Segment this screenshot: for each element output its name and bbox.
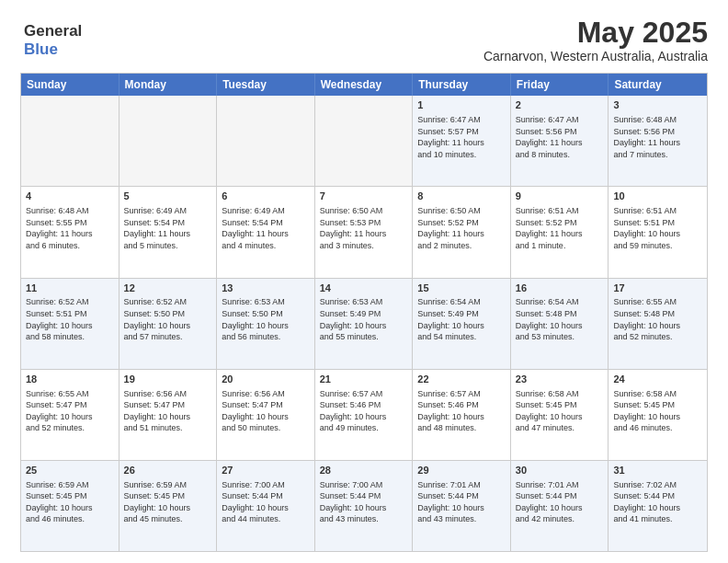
calendar-cell-r4c5: 30Sunrise: 7:01 AM Sunset: 5:44 PM Dayli… bbox=[511, 461, 609, 551]
calendar-cell-r2c2: 13Sunrise: 6:53 AM Sunset: 5:50 PM Dayli… bbox=[217, 279, 315, 369]
day-number: 4 bbox=[26, 190, 114, 203]
cell-info: Sunrise: 6:48 AM Sunset: 5:56 PM Dayligh… bbox=[613, 114, 702, 160]
calendar-row-1: 4Sunrise: 6:48 AM Sunset: 5:55 PM Daylig… bbox=[21, 187, 707, 278]
calendar-cell-r4c6: 31Sunrise: 7:02 AM Sunset: 5:44 PM Dayli… bbox=[609, 461, 707, 551]
day-number: 16 bbox=[516, 282, 604, 295]
cell-info: Sunrise: 7:00 AM Sunset: 5:44 PM Dayligh… bbox=[222, 479, 310, 525]
calendar-cell-r2c3: 14Sunrise: 6:53 AM Sunset: 5:49 PM Dayli… bbox=[315, 279, 414, 369]
cell-info: Sunrise: 6:56 AM Sunset: 5:47 PM Dayligh… bbox=[222, 388, 310, 434]
calendar-cell-r3c6: 24Sunrise: 6:58 AM Sunset: 5:45 PM Dayli… bbox=[609, 370, 707, 460]
calendar-cell-r0c0 bbox=[21, 96, 119, 186]
calendar-header: SundayMondayTuesdayWednesdayThursdayFrid… bbox=[21, 74, 707, 96]
cell-info: Sunrise: 6:58 AM Sunset: 5:45 PM Dayligh… bbox=[613, 388, 702, 434]
location: Carnarvon, Western Australia, Australia bbox=[483, 49, 708, 63]
cell-info: Sunrise: 6:51 AM Sunset: 5:51 PM Dayligh… bbox=[613, 205, 702, 251]
day-number: 13 bbox=[222, 282, 310, 295]
calendar-cell-r2c0: 11Sunrise: 6:52 AM Sunset: 5:51 PM Dayli… bbox=[21, 279, 119, 369]
day-number: 17 bbox=[613, 282, 702, 295]
logo-general: General bbox=[24, 22, 82, 40]
cell-info: Sunrise: 6:52 AM Sunset: 5:50 PM Dayligh… bbox=[124, 296, 212, 342]
page: General Blue May 2025 Carnarvon, Western… bbox=[0, 0, 728, 563]
logo-blue: Blue bbox=[24, 40, 58, 58]
day-number: 12 bbox=[124, 282, 212, 295]
day-number: 3 bbox=[613, 98, 702, 112]
cell-info: Sunrise: 6:49 AM Sunset: 5:54 PM Dayligh… bbox=[222, 205, 310, 251]
cell-info: Sunrise: 6:55 AM Sunset: 5:47 PM Dayligh… bbox=[26, 388, 114, 434]
cell-info: Sunrise: 6:50 AM Sunset: 5:53 PM Dayligh… bbox=[320, 205, 408, 251]
calendar-cell-r2c4: 15Sunrise: 6:54 AM Sunset: 5:49 PM Dayli… bbox=[413, 279, 511, 369]
day-number: 21 bbox=[320, 373, 408, 386]
weekday-header-monday: Monday bbox=[119, 74, 218, 96]
cell-info: Sunrise: 6:53 AM Sunset: 5:50 PM Dayligh… bbox=[222, 296, 310, 342]
day-number: 11 bbox=[26, 282, 114, 295]
day-number: 6 bbox=[222, 190, 310, 203]
day-number: 20 bbox=[222, 373, 310, 386]
day-number: 30 bbox=[516, 464, 604, 477]
cell-info: Sunrise: 6:55 AM Sunset: 5:48 PM Dayligh… bbox=[613, 296, 702, 342]
cell-info: Sunrise: 6:53 AM Sunset: 5:49 PM Dayligh… bbox=[320, 296, 408, 342]
calendar-cell-r3c1: 19Sunrise: 6:56 AM Sunset: 5:47 PM Dayli… bbox=[119, 370, 218, 460]
calendar-cell-r4c2: 27Sunrise: 7:00 AM Sunset: 5:44 PM Dayli… bbox=[217, 461, 315, 551]
calendar-cell-r1c3: 7Sunrise: 6:50 AM Sunset: 5:53 PM Daylig… bbox=[315, 187, 414, 277]
header-right: May 2025 Carnarvon, Western Australia, A… bbox=[483, 17, 708, 63]
calendar-cell-r0c4: 1Sunrise: 6:47 AM Sunset: 5:57 PM Daylig… bbox=[413, 96, 511, 186]
day-number: 28 bbox=[320, 464, 408, 477]
calendar-cell-r1c6: 10Sunrise: 6:51 AM Sunset: 5:51 PM Dayli… bbox=[609, 187, 707, 277]
day-number: 23 bbox=[516, 373, 604, 386]
cell-info: Sunrise: 6:57 AM Sunset: 5:46 PM Dayligh… bbox=[320, 388, 408, 434]
weekday-header-saturday: Saturday bbox=[609, 74, 707, 96]
cell-info: Sunrise: 6:57 AM Sunset: 5:46 PM Dayligh… bbox=[417, 388, 506, 434]
calendar-row-4: 25Sunrise: 6:59 AM Sunset: 5:45 PM Dayli… bbox=[21, 461, 707, 551]
logo-container: General Blue bbox=[24, 22, 84, 58]
calendar-cell-r4c4: 29Sunrise: 7:01 AM Sunset: 5:44 PM Dayli… bbox=[413, 461, 511, 551]
day-number: 19 bbox=[124, 373, 212, 386]
day-number: 31 bbox=[613, 464, 702, 477]
day-number: 22 bbox=[417, 373, 506, 386]
day-number: 9 bbox=[516, 190, 604, 203]
cell-info: Sunrise: 7:02 AM Sunset: 5:44 PM Dayligh… bbox=[613, 479, 702, 525]
logo-text-block: General Blue bbox=[24, 22, 82, 58]
calendar-cell-r3c2: 20Sunrise: 6:56 AM Sunset: 5:47 PM Dayli… bbox=[217, 370, 315, 460]
cell-info: Sunrise: 7:01 AM Sunset: 5:44 PM Dayligh… bbox=[516, 479, 604, 525]
day-number: 26 bbox=[124, 464, 212, 477]
cell-info: Sunrise: 6:58 AM Sunset: 5:45 PM Dayligh… bbox=[516, 388, 604, 434]
day-number: 1 bbox=[417, 98, 506, 112]
cell-info: Sunrise: 6:54 AM Sunset: 5:49 PM Dayligh… bbox=[417, 296, 506, 342]
calendar-cell-r0c1 bbox=[119, 96, 218, 186]
header: General Blue May 2025 Carnarvon, Western… bbox=[20, 17, 708, 63]
calendar-cell-r3c4: 22Sunrise: 6:57 AM Sunset: 5:46 PM Dayli… bbox=[413, 370, 511, 460]
calendar-row-2: 11Sunrise: 6:52 AM Sunset: 5:51 PM Dayli… bbox=[21, 279, 707, 370]
cell-info: Sunrise: 6:59 AM Sunset: 5:45 PM Dayligh… bbox=[124, 479, 212, 525]
day-number: 5 bbox=[124, 190, 212, 203]
calendar-cell-r1c2: 6Sunrise: 6:49 AM Sunset: 5:54 PM Daylig… bbox=[217, 187, 315, 277]
calendar-cell-r4c1: 26Sunrise: 6:59 AM Sunset: 5:45 PM Dayli… bbox=[119, 461, 218, 551]
day-number: 15 bbox=[417, 282, 506, 295]
weekday-header-wednesday: Wednesday bbox=[315, 74, 414, 96]
day-number: 25 bbox=[26, 464, 114, 477]
weekday-header-friday: Friday bbox=[511, 74, 609, 96]
calendar-cell-r2c1: 12Sunrise: 6:52 AM Sunset: 5:50 PM Dayli… bbox=[119, 279, 218, 369]
calendar-row-0: 1Sunrise: 6:47 AM Sunset: 5:57 PM Daylig… bbox=[21, 96, 707, 187]
calendar-row-3: 18Sunrise: 6:55 AM Sunset: 5:47 PM Dayli… bbox=[21, 370, 707, 461]
cell-info: Sunrise: 6:49 AM Sunset: 5:54 PM Dayligh… bbox=[124, 205, 212, 251]
calendar-cell-r0c3 bbox=[315, 96, 414, 186]
day-number: 18 bbox=[26, 373, 114, 386]
calendar: SundayMondayTuesdayWednesdayThursdayFrid… bbox=[20, 73, 708, 552]
day-number: 2 bbox=[516, 98, 604, 112]
day-number: 10 bbox=[613, 190, 702, 203]
cell-info: Sunrise: 6:52 AM Sunset: 5:51 PM Dayligh… bbox=[26, 296, 114, 342]
calendar-body: 1Sunrise: 6:47 AM Sunset: 5:57 PM Daylig… bbox=[21, 96, 707, 551]
cell-info: Sunrise: 6:47 AM Sunset: 5:56 PM Dayligh… bbox=[516, 114, 604, 160]
calendar-cell-r1c5: 9Sunrise: 6:51 AM Sunset: 5:52 PM Daylig… bbox=[511, 187, 609, 277]
cell-info: Sunrise: 6:48 AM Sunset: 5:55 PM Dayligh… bbox=[26, 205, 114, 251]
calendar-cell-r0c2 bbox=[217, 96, 315, 186]
cell-info: Sunrise: 6:50 AM Sunset: 5:52 PM Dayligh… bbox=[417, 205, 506, 251]
day-number: 7 bbox=[320, 190, 408, 203]
calendar-cell-r2c6: 17Sunrise: 6:55 AM Sunset: 5:48 PM Dayli… bbox=[609, 279, 707, 369]
day-number: 14 bbox=[320, 282, 408, 295]
day-number: 29 bbox=[417, 464, 506, 477]
calendar-cell-r1c1: 5Sunrise: 6:49 AM Sunset: 5:54 PM Daylig… bbox=[119, 187, 218, 277]
calendar-cell-r2c5: 16Sunrise: 6:54 AM Sunset: 5:48 PM Dayli… bbox=[511, 279, 609, 369]
weekday-header-thursday: Thursday bbox=[413, 74, 511, 96]
day-number: 8 bbox=[417, 190, 506, 203]
